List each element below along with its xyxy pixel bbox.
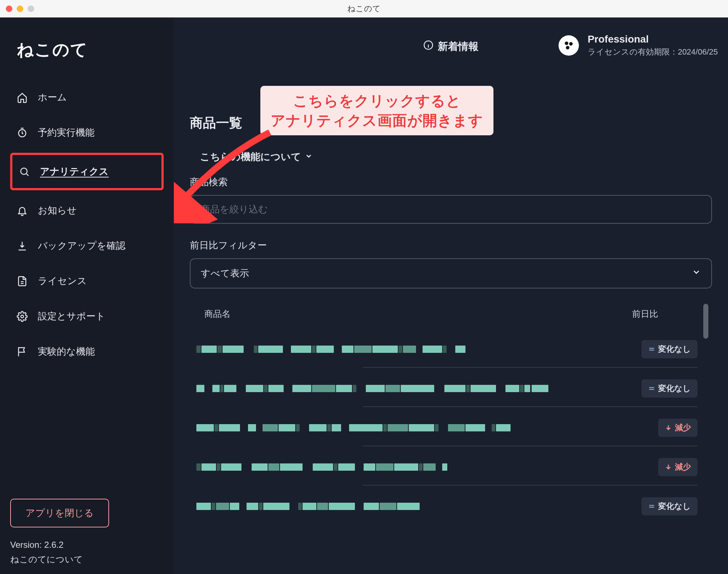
document-icon <box>17 276 28 287</box>
table-header: 商品名 前日比 <box>190 299 712 328</box>
change-badge-decrease: 減少 <box>658 458 697 476</box>
sidebar-item-label: バックアップを確認 <box>38 239 125 252</box>
page-title: 商品一覧 <box>190 114 712 132</box>
window-zoom-button[interactable] <box>28 5 34 12</box>
sidebar-item-label: アナリティクス <box>40 165 109 178</box>
sidebar-item-label: ライセンス <box>38 275 87 287</box>
filter-label: 前日比フィルター <box>190 239 712 252</box>
sidebar-item-label: お知らせ <box>38 204 77 217</box>
product-name-redacted <box>196 385 633 392</box>
window-close-button[interactable] <box>6 5 12 12</box>
topbar: 新着情報 Professional ライセンスの有効期限：2024/06/25 <box>174 17 728 76</box>
sidebar-item-license[interactable]: ライセンス <box>10 266 164 296</box>
day-change-filter-select[interactable]: すべて表示 <box>190 258 712 288</box>
table-row[interactable]: 減少 <box>190 446 712 485</box>
sidebar-item-settings[interactable]: 設定とサポート <box>10 301 164 331</box>
home-icon <box>17 92 28 103</box>
app-logo: ねこのて <box>17 39 164 61</box>
sidebar-item-reservation[interactable]: 予約実行機能 <box>10 117 164 148</box>
table-row[interactable]: 減少 <box>190 407 712 446</box>
about-feature-toggle[interactable]: こちらの機能について <box>200 150 712 163</box>
product-search-input[interactable] <box>190 195 712 224</box>
sidebar-nav: ホーム 予約実行機能 アナリティクス お知らせ <box>10 82 164 367</box>
main-content: 新着情報 Professional ライセンスの有効期限：2024/06/25 … <box>174 17 728 574</box>
close-app-button[interactable]: アプリを閉じる <box>10 499 109 527</box>
sidebar: ねこのて ホーム 予約実行機能 アナリティクス <box>0 17 174 574</box>
version-label: Version: 2.6.2 <box>10 540 164 550</box>
change-badge-decrease: 減少 <box>658 419 697 437</box>
macos-titlebar: ねこのて <box>0 0 728 17</box>
change-badge-no-change: 変化なし <box>641 340 697 358</box>
sidebar-item-experimental[interactable]: 実験的な機能 <box>10 336 164 367</box>
chevron-down-icon <box>692 267 701 279</box>
annotation-line1: こちらをクリックすると <box>271 91 483 111</box>
svg-point-5 <box>569 42 573 46</box>
sidebar-item-analytics[interactable]: アナリティクス <box>10 153 164 190</box>
search-label: 商品検索 <box>190 176 712 188</box>
window-minimize-button[interactable] <box>17 5 23 12</box>
scrollbar-thumb[interactable] <box>703 304 708 339</box>
product-name-redacted <box>196 503 633 510</box>
license-badge-icon <box>559 35 579 56</box>
chevron-down-icon <box>305 151 313 163</box>
license-expiry: ライセンスの有効期限：2024/06/25 <box>588 47 718 57</box>
news-label: 新着情報 <box>438 40 479 53</box>
license-box[interactable]: Professional ライセンスの有効期限：2024/06/25 <box>559 33 718 57</box>
gear-icon <box>17 311 28 322</box>
news-link[interactable]: 新着情報 <box>423 40 479 53</box>
clock-icon <box>17 127 28 138</box>
change-badge-no-change: 変化なし <box>641 379 697 398</box>
table-row[interactable]: 変化なし <box>190 486 712 524</box>
svg-point-2 <box>21 315 24 318</box>
svg-point-1 <box>21 168 27 175</box>
about-feature-label: こちらの機能について <box>200 150 301 163</box>
col-product-name: 商品名 <box>204 308 632 320</box>
product-name-redacted <box>196 346 633 353</box>
sidebar-item-label: ホーム <box>38 91 67 104</box>
bell-icon <box>17 205 28 216</box>
license-tier: Professional <box>588 33 718 45</box>
about-link[interactable]: ねこのてについて <box>10 554 164 565</box>
sidebar-item-notifications[interactable]: お知らせ <box>10 195 164 226</box>
sidebar-item-label: 予約実行機能 <box>38 126 95 139</box>
filter-selected-value: すべて表示 <box>201 267 249 280</box>
product-name-redacted <box>196 424 649 431</box>
sidebar-item-home[interactable]: ホーム <box>10 82 164 112</box>
svg-point-6 <box>566 46 569 49</box>
table-row[interactable]: 変化なし <box>190 328 712 367</box>
search-icon <box>19 166 30 177</box>
col-day-change: 前日比 <box>632 308 697 320</box>
table-row[interactable]: 変化なし <box>190 368 712 406</box>
change-badge-no-change: 変化なし <box>641 497 697 515</box>
sidebar-item-label: 実験的な機能 <box>38 345 95 358</box>
flag-icon <box>17 346 28 357</box>
info-icon <box>423 40 433 53</box>
products-table: 商品名 前日比 <box>190 299 712 554</box>
svg-point-4 <box>565 41 568 45</box>
download-icon <box>17 240 28 251</box>
sidebar-item-backup[interactable]: バックアップを確認 <box>10 231 164 261</box>
product-name-redacted <box>196 463 649 471</box>
window-title: ねこのて <box>0 3 728 14</box>
sidebar-item-label: 設定とサポート <box>38 310 105 323</box>
